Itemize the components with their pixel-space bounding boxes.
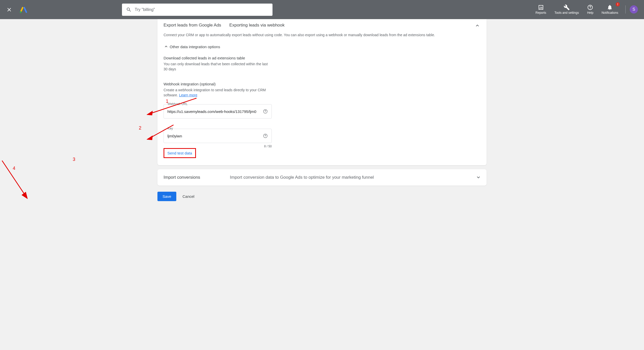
save-button[interactable]: Save (157, 192, 176, 201)
webhook-url-input[interactable] (167, 109, 263, 114)
divider (625, 5, 626, 14)
cancel-button[interactable]: Cancel (182, 194, 194, 199)
main-content: Export leads from Google Ads Exporting l… (0, 19, 644, 211)
close-icon[interactable] (6, 7, 12, 13)
other-options-label: Other data integration options (170, 45, 220, 49)
import-conversions-card[interactable]: Import conversions Import conversion dat… (157, 169, 487, 186)
webhook-url-box[interactable] (164, 104, 272, 119)
card-title: Export leads from Google Ads (164, 23, 221, 28)
help-icon[interactable] (263, 133, 268, 138)
learn-more-link[interactable]: Learn more (179, 93, 197, 97)
help-label: Help (587, 11, 593, 15)
avatar[interactable]: S (630, 5, 638, 14)
download-heading: Download collected leads in ad extension… (164, 56, 480, 60)
reports-label: Reports (536, 11, 546, 15)
notification-badge: ! (616, 2, 620, 6)
search-input[interactable] (135, 7, 268, 12)
card-subtitle: Exporting leads via webhook (229, 23, 284, 28)
annotation-number-4: 4 (13, 166, 15, 171)
reports-icon (538, 4, 544, 10)
card-description: Connect your CRM or app to automatically… (164, 33, 480, 37)
svg-marker-6 (147, 136, 153, 140)
google-ads-logo-icon (19, 6, 28, 14)
svg-marker-4 (147, 111, 153, 115)
header-actions: Reports Tools and settings Help ! Notifi… (532, 3, 638, 16)
download-text: You can only download leads that've been… (164, 62, 271, 72)
tools-settings-button[interactable]: Tools and settings (551, 3, 582, 16)
footer-buttons: Save Cancel (157, 192, 487, 201)
tools-label: Tools and settings (554, 11, 579, 15)
annotation-number-2: 2 (139, 125, 141, 131)
chevron-down-icon (475, 174, 481, 181)
key-field: Key (164, 129, 272, 143)
key-box[interactable] (164, 129, 272, 143)
annotation-arrow-4 (1, 159, 31, 201)
import-conversions-title: Import conversions (164, 175, 230, 180)
help-icon[interactable] (263, 109, 268, 114)
other-options-toggle[interactable]: Other data integration options (164, 44, 480, 49)
notifications-button[interactable]: ! Notifications (599, 3, 621, 16)
svg-marker-8 (22, 192, 28, 199)
wrench-icon (564, 4, 570, 10)
card-header: Export leads from Google Ads Exporting l… (164, 23, 480, 28)
notifications-label: Notifications (602, 11, 618, 15)
annotation-box-3: Send test data (164, 148, 196, 158)
webhook-url-field: Webhook URL (164, 104, 272, 119)
help-icon (587, 4, 593, 10)
annotation-number-3: 3 (73, 157, 75, 162)
import-conversions-desc: Import conversion data to Google Ads to … (230, 175, 374, 180)
reports-button[interactable]: Reports (532, 3, 549, 16)
webhook-text: Create a webhook integration to send lea… (164, 88, 271, 98)
webhook-heading: Webhook integration (optional) (164, 82, 480, 86)
key-input[interactable] (167, 134, 263, 138)
search-icon (126, 7, 132, 12)
bell-icon (607, 4, 613, 10)
app-header: Reports Tools and settings Help ! Notifi… (0, 0, 644, 19)
search-container (122, 4, 273, 16)
send-test-data-link[interactable]: Send test data (165, 149, 194, 157)
chevron-up-icon (164, 44, 169, 49)
export-leads-card: Export leads from Google Ads Exporting l… (157, 19, 487, 165)
chevron-up-icon[interactable] (474, 23, 480, 30)
search-box[interactable] (122, 4, 273, 16)
key-char-count: 8 / 50 (164, 145, 272, 148)
svg-line-7 (2, 161, 25, 195)
svg-point-0 (20, 11, 21, 13)
help-button[interactable]: Help (584, 3, 597, 16)
